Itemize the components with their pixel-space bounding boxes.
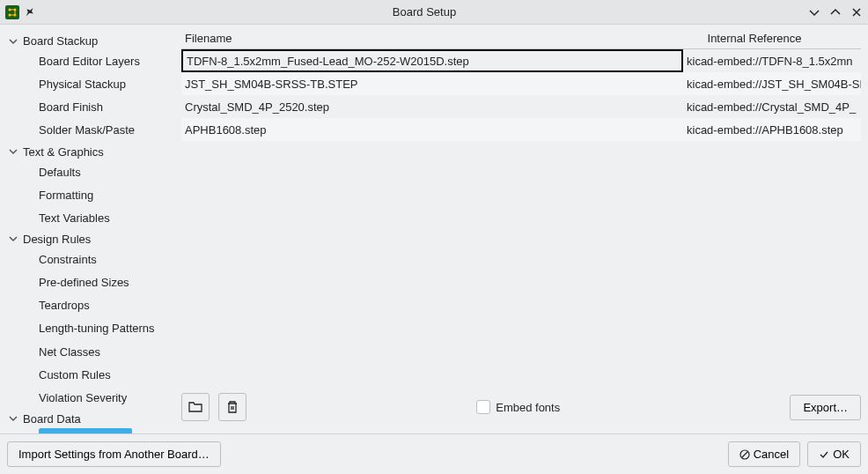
sidebar-item-teardrops[interactable]: Teardrops xyxy=(4,294,176,317)
sidebar-item-violation-severity[interactable]: Violation Severity xyxy=(4,387,176,410)
cell-ref[interactable]: kicad-embed://Crystal_SMD_4P_ xyxy=(683,100,861,114)
ok-button[interactable]: OK xyxy=(807,441,861,467)
cell-ref[interactable]: kicad-embed://TDFN-8_1.5x2mn xyxy=(683,55,861,68)
minimize-icon[interactable] xyxy=(808,6,820,19)
table-body: TDFN-8_1.5x2mm_Fused-Lead_MO-252-W2015D.… xyxy=(181,49,861,388)
sidebar-item-net-classes[interactable]: Net Classes xyxy=(4,341,176,364)
checkbox-box[interactable] xyxy=(476,400,490,414)
maximize-icon[interactable] xyxy=(829,6,842,19)
content-panel: Filename Internal Reference TDFN-8_1.5x2… xyxy=(180,25,868,433)
column-header-filename[interactable]: Filename xyxy=(181,32,683,45)
table-header: Filename Internal Reference xyxy=(181,32,861,49)
cell-filename[interactable]: JST_SH_SM04B-SRSS-TB.STEP xyxy=(181,78,683,91)
app-icon xyxy=(5,5,19,19)
cancel-button[interactable]: Cancel xyxy=(728,441,800,467)
chevron-down-icon xyxy=(9,414,23,423)
sidebar-group-label: Text & Graphics xyxy=(23,145,104,159)
chevron-down-icon xyxy=(9,37,23,46)
sidebar-item-defaults[interactable]: Defaults xyxy=(4,161,176,184)
sidebar-item-board-finish[interactable]: Board Finish xyxy=(4,96,176,119)
table-row[interactable]: Crystal_SMD_4P_2520.step kicad-embed://C… xyxy=(181,95,861,118)
sidebar-item-length-tuning-patterns[interactable]: Length-tuning Patterns xyxy=(4,317,176,340)
trash-icon xyxy=(224,399,240,415)
sidebar-item-text-variables[interactable]: Text Variables xyxy=(4,207,176,230)
folder-icon xyxy=(188,399,203,415)
delete-file-button[interactable] xyxy=(218,393,246,421)
table-row[interactable]: JST_SH_SM04B-SRSS-TB.STEP kicad-embed://… xyxy=(181,72,861,95)
sidebar-group-label: Design Rules xyxy=(23,233,91,246)
sidebar-group-design-rules[interactable]: Design Rules xyxy=(4,230,176,248)
sidebar-item-formatting[interactable]: Formatting xyxy=(4,184,176,207)
cancel-label: Cancel xyxy=(754,448,789,461)
chevron-down-icon xyxy=(9,147,23,156)
close-icon[interactable] xyxy=(850,6,863,19)
sidebar-item-board-editor-layers[interactable]: Board Editor Layers xyxy=(4,50,176,73)
footer: Import Settings from Another Board… Canc… xyxy=(0,433,868,474)
table-row[interactable]: APHB1608.step kicad-embed://APHB1608.ste… xyxy=(181,118,861,141)
table-row[interactable]: TDFN-8_1.5x2mm_Fused-Lead_MO-252-W2015D.… xyxy=(181,49,861,72)
pin-icon[interactable] xyxy=(25,7,35,18)
window-title: Board Setup xyxy=(40,5,808,19)
svg-rect-0 xyxy=(5,5,19,19)
titlebar: Board Setup xyxy=(0,0,868,25)
chevron-down-icon xyxy=(9,234,23,243)
sidebar: Board Stackup Board Editor Layers Physic… xyxy=(0,25,180,433)
ok-label: OK xyxy=(833,448,850,461)
sidebar-item-constraints[interactable]: Constraints xyxy=(4,248,176,271)
cell-filename[interactable]: APHB1608.step xyxy=(181,123,683,137)
sidebar-group-label: Board Data xyxy=(23,412,81,426)
check-icon xyxy=(819,449,829,460)
export-button[interactable]: Export… xyxy=(790,395,861,420)
sidebar-group-board-stackup[interactable]: Board Stackup xyxy=(4,32,176,50)
cell-filename[interactable]: TDFN-8_1.5x2mm_Fused-Lead_MO-252-W2015D.… xyxy=(181,49,683,72)
sidebar-item-physical-stackup[interactable]: Physical Stackup xyxy=(4,73,176,96)
add-file-button[interactable] xyxy=(181,393,210,421)
sidebar-item-pre-defined-sizes[interactable]: Pre-defined Sizes xyxy=(4,271,176,294)
sidebar-group-text-graphics[interactable]: Text & Graphics xyxy=(4,143,176,161)
sidebar-group-board-data[interactable]: Board Data xyxy=(4,410,176,428)
cell-ref[interactable]: kicad-embed://APHB1608.step xyxy=(683,123,861,137)
embed-fonts-checkbox[interactable]: Embed fonts xyxy=(476,400,560,414)
cancel-icon xyxy=(739,449,750,460)
sidebar-item-solder-mask-paste[interactable]: Solder Mask/Paste xyxy=(4,119,176,142)
cell-ref[interactable]: kicad-embed://JST_SH_SM04B-SR xyxy=(683,78,861,91)
tools-row: Embed fonts Export… xyxy=(181,388,861,426)
column-header-ref[interactable]: Internal Reference xyxy=(683,32,861,45)
sidebar-item-custom-rules[interactable]: Custom Rules xyxy=(4,364,176,387)
sidebar-group-label: Board Stackup xyxy=(23,34,98,48)
import-settings-button[interactable]: Import Settings from Another Board… xyxy=(7,441,221,467)
cell-filename[interactable]: Crystal_SMD_4P_2520.step xyxy=(181,100,683,114)
embed-fonts-label: Embed fonts xyxy=(496,401,560,414)
